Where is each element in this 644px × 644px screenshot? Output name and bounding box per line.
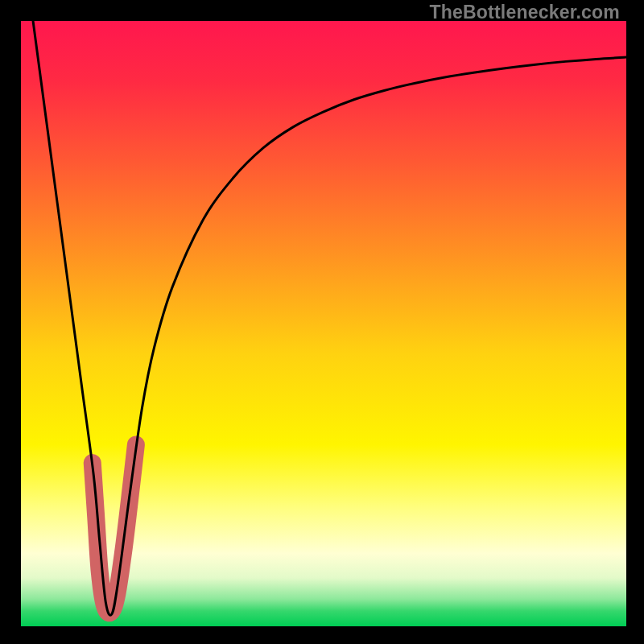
- chart-svg: [21, 21, 626, 626]
- watermark-text: TheBottlenecker.com: [430, 2, 620, 23]
- plot-area: [21, 21, 626, 626]
- chart-frame: TheBottlenecker.com: [0, 0, 644, 644]
